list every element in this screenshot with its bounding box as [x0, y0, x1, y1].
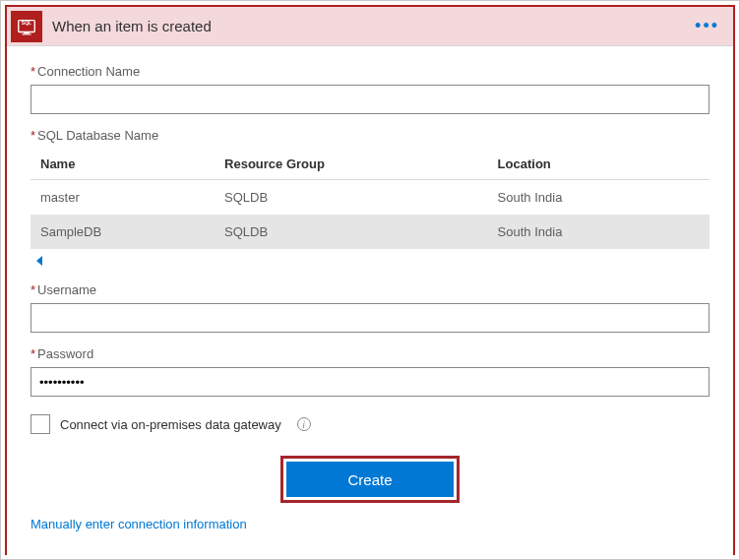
table-row[interactable]: SampleDB SQLDB South India — [31, 215, 709, 249]
database-table: Name Resource Group Location master SQLD… — [31, 149, 709, 249]
card-body: *Connection Name *SQL Database Name Name… — [7, 46, 733, 541]
col-location: Location — [488, 149, 680, 180]
card-header: SQL When an item is created ••• — [7, 7, 733, 46]
manual-connection-link[interactable]: Manually enter connection information — [31, 517, 247, 531]
svg-text:SQL: SQL — [22, 20, 31, 26]
sql-icon: SQL — [11, 11, 42, 42]
sql-database-label: *SQL Database Name — [31, 128, 709, 143]
info-icon[interactable]: i — [297, 417, 311, 431]
card-title: When an item is created — [52, 18, 689, 34]
create-button-wrap: Create — [31, 456, 709, 503]
highlight-annotation: Create — [280, 456, 460, 503]
trigger-card: SQL When an item is created ••• *Connect… — [5, 5, 735, 555]
password-label: *Password — [31, 346, 709, 361]
gateway-row: Connect via on-premises data gateway i — [31, 414, 709, 434]
svg-rect-1 — [24, 31, 30, 33]
gateway-checkbox[interactable] — [31, 414, 50, 434]
password-input[interactable] — [31, 367, 709, 397]
panel-container: SQL When an item is created ••• *Connect… — [0, 0, 740, 560]
username-input[interactable] — [31, 303, 709, 333]
more-options-button[interactable]: ••• — [689, 16, 725, 36]
connection-name-input[interactable] — [31, 85, 709, 114]
col-name: Name — [31, 149, 215, 180]
gateway-label: Connect via on-premises data gateway — [60, 417, 281, 432]
svg-marker-4 — [36, 256, 42, 266]
svg-rect-2 — [22, 33, 31, 34]
username-label: *Username — [31, 282, 709, 297]
col-resource-group: Resource Group — [215, 149, 488, 180]
connection-name-label: *Connection Name — [31, 64, 709, 79]
back-arrow-icon[interactable] — [34, 255, 52, 269]
table-row[interactable]: master SQLDB South India — [31, 180, 709, 216]
create-button[interactable]: Create — [286, 462, 454, 497]
